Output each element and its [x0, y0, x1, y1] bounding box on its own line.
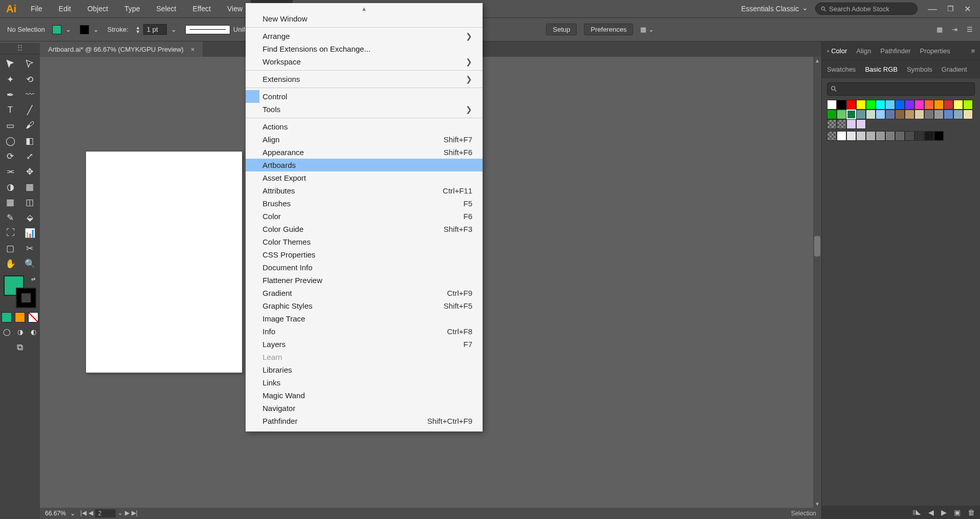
align-to-icon[interactable]: ▦ ⌄ — [640, 26, 654, 33]
menu-item-extensions[interactable]: Extensions❯ — [246, 73, 483, 85]
first-artboard-icon[interactable]: |◀ — [80, 509, 86, 517]
curvature-tool[interactable]: 〰 — [20, 87, 39, 102]
menu-item-color-themes[interactable]: Color Themes — [246, 235, 483, 248]
swatch[interactable] — [856, 110, 866, 119]
toolbox-handle[interactable]: ⠿ — [0, 43, 40, 54]
swatch[interactable] — [856, 131, 866, 141]
hand-tool[interactable]: ✋ — [1, 256, 20, 271]
last-artboard-icon[interactable]: ▶| — [132, 509, 138, 517]
menu-item-graphic-styles[interactable]: Graphic StylesShift+F5 — [246, 299, 483, 312]
preferences-button[interactable]: Preferences — [584, 24, 633, 35]
selection-tool[interactable] — [1, 56, 20, 72]
swatch[interactable] — [895, 131, 905, 141]
swatch[interactable] — [837, 119, 846, 129]
swatch[interactable] — [866, 100, 876, 110]
vertical-scrollbar[interactable]: ▲ ▼ — [813, 57, 821, 508]
menu-type[interactable]: Type — [116, 0, 148, 17]
menu-select[interactable]: Select — [148, 0, 185, 17]
close-button[interactable]: ✕ — [964, 4, 971, 14]
swatch[interactable] — [885, 131, 895, 141]
tab-gradient[interactable]: Gradient — [942, 66, 967, 73]
tab-align[interactable]: Align — [856, 47, 871, 55]
swatch[interactable] — [934, 100, 944, 110]
swatch[interactable] — [846, 100, 856, 110]
swatch[interactable] — [846, 131, 856, 141]
search-stock[interactable]: ⚲ Search Adobe Stock — [815, 3, 918, 15]
tab-color[interactable]: Color — [827, 47, 847, 55]
swap-fill-stroke-icon[interactable]: ⇄ — [31, 276, 35, 282]
menu-item-document-info[interactable]: Document Info — [246, 261, 483, 274]
rectangle-tool[interactable]: ▭ — [1, 118, 20, 133]
menu-item-appearance[interactable]: AppearanceShift+F6 — [246, 146, 483, 159]
artboard-number[interactable]: 2 — [95, 509, 116, 517]
gradient-tool[interactable]: ◫ — [20, 194, 39, 210]
swatch[interactable] — [885, 100, 895, 110]
scroll-up-arrow[interactable]: ▲ — [246, 5, 483, 12]
menu-item-find-extensions-on-exchange[interactable]: Find Extensions on Exchange... — [246, 42, 483, 55]
swatch[interactable] — [924, 110, 934, 119]
blend-tool[interactable]: ⬙ — [20, 210, 39, 225]
menu-object[interactable]: Object — [79, 0, 116, 17]
swatch[interactable] — [827, 119, 837, 129]
draw-normal-icon[interactable]: ◯ — [2, 327, 12, 337]
grid-icon[interactable]: ▦ — [937, 26, 943, 33]
direct-selection-tool[interactable] — [20, 56, 39, 72]
swatch[interactable] — [924, 131, 934, 141]
swatch[interactable] — [866, 131, 876, 141]
menu-item-info[interactable]: InfoCtrl+F8 — [246, 325, 483, 338]
menu-item-new-window[interactable]: New Window — [246, 12, 483, 25]
swatch-search[interactable] — [827, 82, 975, 96]
screen-mode-button[interactable]: ⧉ — [10, 340, 30, 355]
fill-stroke-indicator[interactable]: ⇄ — [4, 275, 36, 308]
swatch[interactable] — [953, 100, 963, 110]
free-transform-tool[interactable]: ✥ — [20, 164, 39, 179]
menu-item-image-trace[interactable]: Image Trace — [246, 312, 483, 325]
menu-effect[interactable]: Effect — [184, 0, 219, 17]
swatch[interactable] — [905, 110, 914, 119]
swatch[interactable] — [953, 110, 963, 119]
menu-item-navigator[interactable]: Navigator — [246, 402, 483, 415]
swatch[interactable] — [905, 131, 914, 141]
magic-wand-tool[interactable]: ✦ — [1, 72, 20, 87]
shaper-tool[interactable]: ◯ — [1, 133, 20, 148]
menu-item-links[interactable]: Links — [246, 376, 483, 389]
scroll-down-icon[interactable]: ▼ — [813, 501, 821, 507]
type-tool[interactable]: T — [1, 102, 20, 118]
menu-item-actions[interactable]: Actions — [246, 120, 483, 133]
swatch[interactable] — [924, 100, 934, 110]
swatch[interactable] — [827, 110, 837, 119]
swatch[interactable] — [885, 110, 895, 119]
tab-basic-rgb[interactable]: Basic RGB — [865, 66, 898, 73]
swatch-libraries-icon[interactable]: ⫴◣ — [912, 508, 921, 517]
menu-item-control[interactable]: Control — [246, 90, 483, 103]
swatch[interactable] — [944, 100, 953, 110]
menu-item-libraries[interactable]: Libraries — [246, 363, 483, 376]
document-tab[interactable]: Artboard.ai* @ 66.67% (CMYK/GPU Preview)… — [40, 41, 203, 57]
graph-tool[interactable]: 📊 — [20, 225, 39, 241]
lasso-tool[interactable]: ⟲ — [20, 72, 39, 87]
next-artboard-icon[interactable]: ▶ — [125, 509, 129, 517]
menu-item-pathfinder[interactable]: PathfinderShift+Ctrl+F9 — [246, 415, 483, 427]
swatch[interactable] — [837, 100, 846, 110]
swatch[interactable] — [876, 110, 885, 119]
mesh-tool[interactable]: ▦ — [1, 194, 20, 210]
stroke-weight-stepper[interactable]: ▲▼ 1 pt ⌄ — [136, 24, 178, 35]
swatch[interactable] — [914, 131, 924, 141]
swatch[interactable] — [934, 110, 944, 119]
panel-menu-icon[interactable]: ≡ — [971, 47, 975, 55]
scrollbar-thumb[interactable] — [814, 236, 820, 256]
shape-builder-tool[interactable]: ◑ — [1, 179, 20, 194]
document-setup-button[interactable]: Setup — [546, 24, 577, 35]
menu-item-css-properties[interactable]: CSS Properties — [246, 248, 483, 261]
swatch[interactable] — [866, 110, 876, 119]
rotate-tool[interactable]: ⟳ — [1, 148, 20, 164]
zoom-control[interactable]: 66.67% ⌄ — [45, 510, 75, 517]
tab-pathfinder[interactable]: Pathfinder — [880, 47, 910, 55]
delete-swatch-icon[interactable]: 🗑 — [968, 508, 975, 516]
swatch[interactable] — [895, 100, 905, 110]
swatch[interactable] — [837, 131, 846, 141]
swatch[interactable] — [856, 119, 866, 129]
zoom-tool[interactable]: 🔍 — [20, 256, 39, 271]
slice-tool[interactable]: ✂ — [20, 241, 39, 256]
swatch[interactable] — [934, 131, 944, 141]
